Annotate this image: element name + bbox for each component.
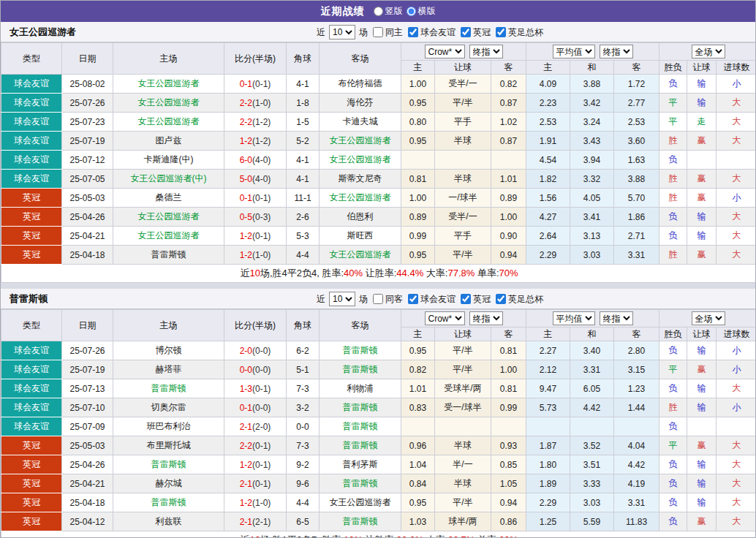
odds-handicap: 半球 — [435, 436, 491, 455]
league-championship-checkbox[interactable] — [461, 294, 471, 304]
match-date: 25-04-21 — [62, 474, 113, 493]
vertical-radio-label: 竖版 — [385, 5, 403, 18]
league-facup-checkbox[interactable] — [496, 294, 506, 304]
corners: 4-4 — [287, 246, 320, 265]
result-handicap: 赢 — [687, 436, 717, 455]
match-date: 25-04-18 — [62, 246, 113, 265]
col-handicap: 让球 — [435, 61, 491, 75]
average-final-select[interactable]: 终指 — [600, 311, 633, 325]
avg-home: 1.56 — [526, 189, 570, 208]
result-handicap: 输 — [687, 455, 717, 474]
average-group-header: 平均值 终指 — [526, 310, 659, 327]
odds-handicap: 平/半 — [435, 94, 491, 113]
match-date: 25-07-05 — [62, 170, 113, 189]
result-goals: 大 — [717, 170, 756, 189]
league-badge: 英冠 — [1, 227, 62, 246]
result-handicap — [687, 417, 717, 436]
layout-option-vertical[interactable]: 竖版 — [374, 5, 403, 18]
odds-handicap: 一/球半 — [435, 189, 491, 208]
odds-handicap: 平/半 — [435, 360, 491, 379]
odds-home: 1.00 — [401, 189, 435, 208]
odds-handicap: 受半/一 — [435, 208, 491, 227]
avg-home: 1.25 — [526, 512, 570, 531]
recent-count-select[interactable]: 10 — [329, 25, 355, 39]
avg-away: 4.42 — [614, 455, 659, 474]
match-date: 25-08-02 — [62, 75, 113, 94]
corners: 1-5 — [287, 113, 320, 132]
score: 0-1(0-0) — [224, 398, 287, 417]
recent-label: 近 — [317, 293, 325, 306]
score: 6-0(4-0) — [224, 151, 287, 170]
league-facup-label: 英足总杯 — [508, 293, 543, 306]
match-date: 25-04-26 — [62, 208, 113, 227]
result-handicap: 输 — [687, 398, 717, 417]
average-select[interactable]: 平均值 — [553, 45, 595, 58]
result-wdl: 负 — [659, 417, 687, 436]
recent-count-select[interactable]: 10 — [329, 292, 355, 306]
col-result-handicap: 让球 — [687, 327, 717, 341]
odds-final-select[interactable]: 终指 — [469, 311, 503, 325]
home-team: 女王公园巡游者 — [113, 94, 224, 113]
horizontal-radio[interactable] — [407, 7, 416, 16]
average-final-select[interactable]: 终指 — [600, 45, 633, 58]
odds-handicap: 半球 — [435, 170, 491, 189]
layout-option-horizontal[interactable]: 横版 — [407, 5, 436, 18]
odds-handicap: 半球 — [435, 132, 491, 151]
match-row: 球会友谊25-07-05女王公园巡游者(中)5-0(4-0)4-1斯蒂文尼奇0.… — [1, 170, 756, 189]
odds-source-select[interactable]: Crow* — [425, 311, 465, 325]
home-team: 图卢兹 — [113, 132, 224, 151]
result-goals: 大 — [717, 227, 756, 246]
result-handicap: 输 — [687, 341, 717, 360]
avg-draw: 3.52 — [570, 436, 614, 455]
average-select[interactable]: 平均值 — [553, 311, 595, 325]
avg-draw: 4.05 — [570, 189, 614, 208]
col-date: 日期 — [62, 310, 113, 341]
result-handicap: 赢 — [687, 360, 717, 379]
odds-handicap: 受球半/两 — [435, 379, 491, 398]
result-wdl: 胜 — [659, 246, 687, 265]
avg-away: 3.60 — [614, 132, 659, 151]
score: 0-5(0-3) — [224, 208, 287, 227]
summary-row: 近10场,胜1平2负7, 胜率:10% 让胜率:33.3% 大率:66.7% 单… — [1, 531, 756, 538]
away-team: 普雷斯顿 — [320, 474, 401, 493]
avg-draw: 3.31 — [570, 360, 614, 379]
games-label: 场 — [359, 293, 368, 306]
odds-source-select[interactable]: Crow* — [425, 45, 465, 58]
home-team: 普雷斯顿 — [113, 379, 224, 398]
odds-home: 0.95 — [401, 94, 435, 113]
league-friendly-checkbox[interactable] — [408, 27, 418, 37]
odds-handicap: 受半/一 — [435, 75, 491, 94]
match-date: 25-07-26 — [62, 341, 113, 360]
corners: 2-6 — [287, 208, 320, 227]
score: 5-0(4-0) — [224, 170, 287, 189]
score: 2-1(2-1) — [224, 512, 287, 531]
result-handicap: 赢 — [687, 512, 717, 531]
avg-home: 2.12 — [526, 360, 570, 379]
league-championship-checkbox[interactable] — [461, 27, 471, 37]
league-facup-checkbox[interactable] — [496, 27, 506, 37]
scope-select[interactable]: 全场 — [692, 311, 725, 325]
page-title: 近期战绩 — [321, 5, 365, 18]
league-badge: 球会友谊 — [1, 113, 62, 132]
odds-final-select[interactable]: 终指 — [469, 45, 503, 58]
odds-away: 0.89 — [491, 189, 526, 208]
away-team: 布伦特福德 — [320, 75, 401, 94]
games-label: 场 — [359, 26, 368, 39]
result-goals: 小 — [717, 341, 756, 360]
same-venue-checkbox[interactable] — [373, 27, 383, 37]
avg-home: 2.29 — [526, 246, 570, 265]
league-friendly-checkbox[interactable] — [408, 294, 418, 304]
col-result-wdl: 胜负 — [659, 61, 687, 75]
home-team: 桑德兰 — [113, 189, 224, 208]
vertical-radio[interactable] — [374, 7, 383, 16]
scope-select[interactable]: 全场 — [692, 45, 725, 58]
result-wdl: 平 — [659, 360, 687, 379]
odds-handicap: 半/一 — [435, 455, 491, 474]
home-team: 女王公园巡游者 — [113, 208, 224, 227]
result-handicap: 输 — [687, 379, 717, 398]
odds-home: 0.95 — [401, 493, 435, 512]
odds-home — [401, 151, 435, 170]
match-row: 球会友谊25-07-19图卢兹1-2(1-2)5-2女王公园巡游者0.95半球0… — [1, 132, 756, 151]
same-venue-checkbox[interactable] — [373, 294, 383, 304]
filter-bar: 近 10 场 同客 球会友谊 英冠 英足总杯 — [317, 289, 543, 309]
